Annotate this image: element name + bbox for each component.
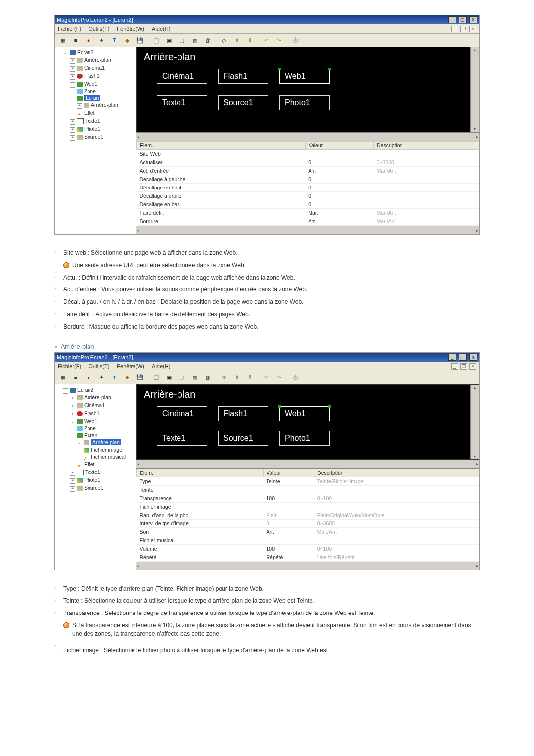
collapse-icon[interactable]: - [63, 51, 68, 56]
tree-item[interactable]: +Source1 [70, 133, 135, 141]
expand-icon[interactable]: + [70, 478, 75, 484]
menu-window[interactable]: Fenêtre(W) [117, 363, 144, 369]
col-header-elem[interactable]: Elem. [137, 469, 264, 477]
tool-icon-6[interactable]: ◆ [121, 35, 133, 46]
tool-save-icon[interactable]: 💾 [134, 372, 146, 383]
tree-item-web[interactable]: -Web1 Zone Ecran -Arrière-plan Fichier i… [70, 418, 135, 469]
property-value[interactable]: Teinte [264, 477, 314, 485]
tool-icon-4[interactable]: ✦ [95, 35, 107, 46]
zone-box[interactable]: Flash1 [218, 69, 268, 84]
menu-file[interactable]: Fichier(F) [58, 363, 81, 369]
tree-item[interactable]: +Texte1 [70, 117, 135, 125]
tool-record-icon[interactable]: ● [83, 35, 94, 46]
property-row[interactable]: BordureArr.Mar./Arr. [137, 217, 479, 226]
property-row[interactable]: RépétéRépétéUne fois/Répété [137, 553, 479, 561]
tool-send-back-icon[interactable]: ▢ [176, 372, 188, 383]
property-value[interactable]: 0 [305, 200, 373, 209]
tool-icon-1[interactable]: ▦ [57, 35, 69, 46]
property-row[interactable]: Volume1000~100 [137, 544, 479, 553]
tool-bring-front-icon[interactable]: ▣ [163, 35, 175, 46]
tree-item[interactable]: ♪Fichier musical [84, 453, 135, 460]
tool-icon-1[interactable]: ▦ [57, 372, 69, 383]
tool-icon-4[interactable]: ✦ [95, 372, 107, 383]
tool-icon-6[interactable]: ◆ [121, 372, 133, 383]
tool-save-icon[interactable]: 💾 [134, 35, 146, 46]
expand-icon[interactable]: + [70, 471, 75, 476]
tool-icon-2[interactable]: ■ [70, 372, 82, 383]
mdi-restore-icon[interactable]: ❐ [460, 363, 467, 370]
tool-icon-13[interactable]: ◇ [218, 35, 230, 46]
property-value[interactable]: Plein [264, 511, 314, 519]
tool-icon-11[interactable]: ▨ [189, 35, 201, 46]
zone-box[interactable]: Source1 [218, 95, 268, 110]
mdi-minimize-icon[interactable]: _ [451, 363, 458, 370]
minimize-icon[interactable]: _ [448, 16, 456, 23]
tool-redo-icon[interactable]: ↷ [273, 372, 285, 383]
tree-item[interactable]: +Flash1 [70, 410, 135, 418]
tree-item[interactable]: +Photo1 [70, 125, 135, 133]
titlebar[interactable]: MagicInfoPro Ecran2 - [Ecran2] _ ▢ X [55, 15, 479, 24]
tree-item[interactable]: Zone [77, 88, 135, 94]
menu-file[interactable]: Fichier(F) [58, 26, 81, 32]
expand-icon[interactable]: + [70, 412, 75, 417]
collapse-icon[interactable]: - [77, 441, 82, 446]
zone-box[interactable]: Photo1 [279, 431, 330, 446]
property-row[interactable]: Site Web [137, 150, 479, 158]
property-value[interactable]: 0 [305, 158, 373, 167]
tool-undo-icon[interactable]: ↶ [260, 372, 272, 383]
tool-icon-13[interactable]: ◇ [218, 372, 230, 383]
expand-icon[interactable]: + [70, 66, 75, 72]
expand-icon[interactable]: + [77, 103, 82, 109]
tree-item[interactable]: +Arrière-plan [77, 101, 135, 109]
property-row[interactable]: Décallage à droite0 [137, 192, 479, 200]
expand-icon[interactable]: + [70, 127, 75, 133]
property-row[interactable]: SonArr.Mar./Arr. [137, 527, 479, 536]
zone-box-selected[interactable]: Web1 [279, 406, 330, 421]
tree-item[interactable]: +Arrière-plan [70, 394, 135, 402]
expand-icon[interactable]: + [70, 58, 75, 64]
menu-help[interactable]: Aide(H) [152, 26, 170, 32]
properties-horizontal-scrollbar[interactable]: ◂▸ [136, 562, 479, 570]
tree-item-selected[interactable]: Ecran [77, 94, 135, 101]
tree-root[interactable]: -Ecran2 +Arrière-plan +Cinéma1 +Flash1 -… [63, 386, 135, 493]
tree-item[interactable]: +Arrière-plan [70, 56, 135, 64]
property-value[interactable] [264, 536, 314, 544]
col-header-elem[interactable]: Elem. [137, 142, 306, 150]
property-value[interactable]: Arr. [264, 527, 314, 536]
property-row[interactable]: Fichier image [137, 502, 479, 511]
collapse-icon[interactable]: - [70, 82, 75, 88]
tool-icon-8[interactable]: 📋 [150, 372, 162, 383]
property-value[interactable]: Arr. [305, 217, 373, 226]
property-row[interactable]: Interv. de tps d'image00~3600 [137, 519, 479, 527]
mdi-close-icon[interactable]: × [469, 363, 476, 370]
canvas-area[interactable]: Arrière-plan Cinéma1 Flash1 Web1 Texte1 … [136, 47, 479, 132]
col-header-value[interactable]: Valeur [264, 469, 314, 477]
vertical-scrollbar[interactable] [470, 385, 479, 459]
tree-root[interactable]: -Ecran2 +Arrière-plan +Cinéma1 +Flash1 -… [63, 49, 135, 142]
canvas-horizontal-scrollbar[interactable]: ◂▸ [136, 132, 479, 141]
zone-box[interactable]: Cinéma1 [157, 406, 207, 421]
tool-up-icon[interactable]: ⬆ [231, 372, 243, 383]
menu-window[interactable]: Fenêtre(W) [117, 26, 144, 32]
properties-horizontal-scrollbar[interactable]: ◂▸ [136, 226, 479, 234]
canvas-area[interactable]: Arrière-plan Cinéma1 Flash1 Web1 Texte1 … [136, 384, 479, 460]
zone-box-selected[interactable]: Web1 [279, 69, 330, 84]
property-value[interactable]: 0 [305, 175, 373, 184]
property-value[interactable]: 100 [264, 494, 314, 502]
vertical-scrollbar[interactable] [470, 47, 479, 132]
zone-box[interactable]: Texte1 [157, 95, 207, 110]
property-row[interactable]: Décallage à gauche0 [137, 175, 479, 184]
tree-item[interactable]: +Photo1 [70, 476, 135, 484]
property-row[interactable]: Fichier musical [137, 536, 479, 544]
property-row[interactable]: Actualiser00~3600 [137, 158, 479, 167]
tool-delete-icon[interactable]: 🗑 [202, 372, 214, 383]
expand-icon[interactable]: + [70, 404, 75, 409]
expand-icon[interactable]: + [70, 486, 75, 492]
zone-box[interactable]: Photo1 [279, 95, 330, 110]
tool-down-icon[interactable]: ⬇ [244, 372, 256, 383]
close-icon[interactable]: X [469, 354, 477, 361]
property-value[interactable]: 0 [305, 192, 373, 200]
tool-icon-11[interactable]: ▨ [189, 372, 201, 383]
canvas-horizontal-scrollbar[interactable]: ◂▸ [136, 460, 479, 468]
tool-undo-icon[interactable]: ↶ [260, 35, 272, 46]
